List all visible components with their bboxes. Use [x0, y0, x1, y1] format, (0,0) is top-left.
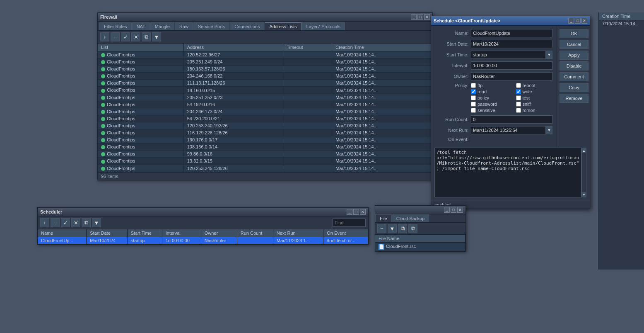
table-row[interactable]: CloudFrontips 116.129.226.128/26 Mar/10/…	[98, 129, 432, 136]
cell-creation: Mar/10/2024 15:14..	[332, 94, 432, 101]
table-row[interactable]: CloudFrontips 13.32.0.0/15 Mar/10/2024 1…	[98, 158, 432, 165]
table-row[interactable]: CloudFrontips 120.52.22.96/27 Mar/10/202…	[98, 51, 432, 58]
table-row[interactable]: CloudFrontips 180.163.57.128/26 Mar/10/2…	[98, 66, 432, 73]
schedule-maximize[interactable]: □	[575, 18, 581, 24]
policy-checkbox-sensitive[interactable]	[471, 108, 476, 113]
table-row[interactable]: CloudFrontips 204.246.168.0/22 Mar/10/20…	[98, 73, 432, 80]
remove-button[interactable]: −	[111, 32, 120, 41]
name-input[interactable]	[471, 29, 552, 37]
schedule-minimize[interactable]: _	[568, 18, 574, 24]
sched-filter[interactable]: ▼	[92, 218, 101, 227]
table-row[interactable]: CloudFrontips 205.251.249.0/24 Mar/10/20…	[98, 58, 432, 66]
sched-copy[interactable]: ⧉	[82, 218, 91, 227]
tab-raw[interactable]: Raw	[175, 22, 193, 30]
minimize-button[interactable]: _	[411, 14, 417, 20]
policy-checkbox-password[interactable]	[471, 102, 476, 107]
table-row[interactable]: CloudFrontips 120.253.245.128/26 Mar/10/…	[98, 165, 432, 172]
sched-cell-interval: 1d 00:00:00	[162, 237, 201, 244]
interval-input[interactable]	[471, 61, 552, 70]
schedule-close[interactable]: ✕	[581, 18, 587, 24]
table-row[interactable]: CloudFrontips 204.246.173.0/24 Mar/10/20…	[98, 108, 432, 115]
find-input[interactable]	[333, 219, 366, 227]
cancel-button[interactable]: Cancel	[560, 40, 589, 49]
policy-checkbox-read[interactable]	[471, 89, 476, 94]
table-row[interactable]: CloudFrontips 205.251.252.0/23 Mar/10/20…	[98, 94, 432, 101]
tab-mangle[interactable]: Mangle	[150, 22, 174, 30]
table-row[interactable]: CloudFrontips 120.253.240.192/26 Mar/10/…	[98, 122, 432, 129]
start-time-input[interactable]	[471, 51, 546, 59]
file-window: _ □ ✕ File Cloud Backup − ▼ ⧉ ⧉ File Nam…	[375, 205, 466, 252]
scheduler-row[interactable]: CloudFrontUp... Mar/10/2024 startup 1d 0…	[38, 237, 368, 244]
comment-button[interactable]: Comment	[560, 72, 589, 81]
table-row[interactable]: CloudFrontips 108.156.0.0/14 Mar/10/2024…	[98, 143, 432, 151]
name-label: Name:	[435, 31, 468, 36]
tab-connections[interactable]: Connections	[230, 22, 264, 30]
policy-checkbox-ftp[interactable]	[471, 83, 476, 88]
tab-address-lists[interactable]: Address Lists	[265, 22, 301, 30]
ok-button[interactable]: OK	[560, 29, 589, 38]
disable-button[interactable]: Disable	[560, 61, 589, 70]
next-run-input[interactable]	[471, 126, 546, 134]
tab-file[interactable]: File	[375, 214, 392, 222]
sched-minimize[interactable]: _	[347, 209, 352, 215]
policy-checkbox-romon[interactable]	[516, 108, 521, 113]
apply-button[interactable]: Apply	[560, 51, 589, 60]
policy-checkbox-reboot[interactable]	[516, 83, 521, 88]
check-button[interactable]: ✓	[121, 32, 130, 41]
tab-layer7[interactable]: Layer7 Protocols	[302, 22, 345, 30]
sched-maximize[interactable]: □	[353, 209, 359, 215]
file-copy2[interactable]: ⧉	[408, 224, 417, 233]
sched-check[interactable]: ✓	[61, 218, 70, 227]
copy-button[interactable]: ⧉	[142, 32, 151, 41]
maximize-button[interactable]: □	[417, 14, 423, 20]
file-filter[interactable]: ▼	[388, 224, 397, 233]
x-button[interactable]: ✕	[131, 32, 140, 41]
policy-checkbox-test[interactable]	[516, 95, 521, 100]
tab-cloud-backup[interactable]: Cloud Backup	[392, 214, 429, 222]
owner-input[interactable]	[471, 72, 552, 80]
policy-checkbox-sniff[interactable]	[516, 102, 521, 107]
table-row[interactable]: CloudFrontips 54.230.200.0/21 Mar/10/202…	[98, 115, 432, 122]
cell-timeout	[283, 66, 332, 73]
table-row[interactable]: CloudFrontips 54.192.0.0/16 Mar/10/2024 …	[98, 101, 432, 108]
scroll-up-arrow[interactable]: ▲	[581, 148, 586, 153]
table-row[interactable]: CloudFrontips 99.86.0.0/16 Mar/10/2024 1…	[98, 151, 432, 158]
file-copy1[interactable]: ⧉	[398, 224, 407, 233]
start-time-arrow[interactable]: ▼	[546, 51, 552, 59]
tab-filter-rules[interactable]: Filter Rules	[99, 22, 132, 30]
table-row[interactable]: CloudFrontips 18.160.0.0/15 Mar/10/2024 …	[98, 87, 432, 94]
cell-list: CloudFrontips	[98, 115, 183, 122]
table-row[interactable]: CloudFrontips 111.13.171.128/26 Mar/10/2…	[98, 80, 432, 87]
filter-button[interactable]: ▼	[152, 32, 161, 41]
add-button[interactable]: +	[100, 32, 109, 41]
sched-close[interactable]: ✕	[360, 209, 366, 215]
sched-add[interactable]: +	[40, 218, 49, 227]
policy-checkbox-write[interactable]	[516, 89, 521, 94]
file-close[interactable]: ✕	[457, 207, 463, 213]
cell-creation: Mar/10/2024 15:14..	[332, 165, 432, 172]
start-date-input[interactable]	[471, 40, 552, 48]
tab-service-ports[interactable]: Service Ports	[193, 22, 229, 30]
file-remove[interactable]: −	[377, 224, 386, 233]
file-minimize[interactable]: _	[444, 207, 450, 213]
schedule-title: Schedule <CloudFrontUpdate>	[434, 18, 500, 23]
sched-remove[interactable]: −	[51, 218, 60, 227]
policy-checkbox-policy[interactable]	[471, 95, 476, 100]
file-maximize[interactable]: □	[451, 207, 456, 213]
table-row[interactable]: CloudFrontips 130.176.0.0/17 Mar/10/2024…	[98, 136, 432, 143]
cell-timeout	[283, 80, 332, 87]
next-run-wrapper: ▼	[471, 126, 552, 134]
file-table: File Name 📄CloudFront.rsc	[375, 235, 466, 251]
close-button[interactable]: ✕	[424, 14, 430, 20]
script-textarea[interactable]	[434, 148, 581, 197]
scroll-down-arrow[interactable]: ▼	[581, 192, 586, 197]
run-count-input[interactable]	[471, 115, 552, 124]
next-run-arrow[interactable]: ▼	[546, 126, 552, 134]
copy-action-button[interactable]: Copy	[560, 83, 589, 92]
file-row[interactable]: 📄CloudFront.rsc	[375, 243, 466, 251]
cell-timeout	[283, 165, 332, 172]
remove-button[interactable]: Remove	[560, 94, 589, 103]
tab-nat[interactable]: NAT	[132, 22, 150, 30]
sched-x[interactable]: ✕	[71, 218, 80, 227]
policy-item-policy: policy	[471, 95, 508, 100]
